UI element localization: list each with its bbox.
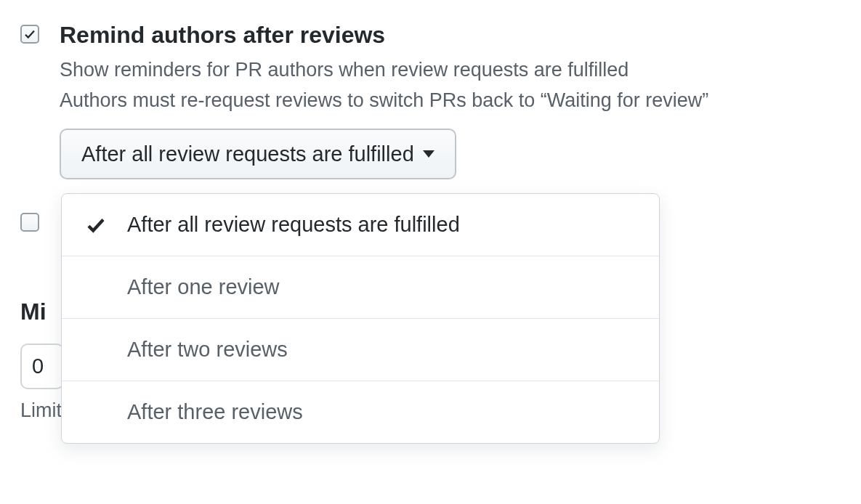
review-threshold-dropdown[interactable]: After all review requests are fulfilled bbox=[60, 129, 456, 180]
dropdown-label: After all review requests are fulfilled bbox=[81, 142, 414, 167]
dropdown-option-label: After three reviews bbox=[127, 400, 303, 424]
setting-two-checkbox[interactable] bbox=[20, 213, 39, 232]
checkbox-wrapper-2 bbox=[20, 208, 60, 232]
dropdown-option-all-fulfilled[interactable]: After all review requests are fulfilled bbox=[62, 194, 659, 256]
check-wrap bbox=[85, 277, 127, 298]
check-wrap bbox=[85, 214, 127, 236]
dropdown-option-two-reviews[interactable]: After two reviews bbox=[62, 319, 659, 381]
check-icon bbox=[23, 28, 36, 41]
setting-description: Show reminders for PR authors when revie… bbox=[60, 55, 841, 85]
min-age-input[interactable]: 0 bbox=[20, 344, 64, 389]
dropdown-option-three-reviews[interactable]: After three reviews bbox=[62, 381, 659, 443]
checkbox-wrapper bbox=[20, 20, 60, 44]
setting-content: Remind authors after reviews Show remind… bbox=[60, 20, 841, 179]
check-wrap bbox=[85, 402, 127, 423]
setting-title: Remind authors after reviews bbox=[60, 20, 841, 51]
review-threshold-menu: After all review requests are fulfilled … bbox=[61, 193, 660, 444]
check-icon bbox=[85, 214, 107, 236]
dropdown-option-one-review[interactable]: After one review bbox=[62, 256, 659, 319]
dropdown-option-label: After all review requests are fulfilled bbox=[127, 213, 460, 237]
setting-subdescription: Authors must re-request reviews to switc… bbox=[60, 86, 841, 115]
setting-remind-authors: Remind authors after reviews Show remind… bbox=[20, 20, 841, 179]
dropdown-option-label: After one review bbox=[127, 275, 280, 299]
remind-authors-checkbox[interactable] bbox=[20, 25, 39, 44]
check-wrap bbox=[85, 339, 127, 361]
caret-down-icon bbox=[423, 150, 434, 158]
dropdown-option-label: After two reviews bbox=[127, 338, 288, 362]
